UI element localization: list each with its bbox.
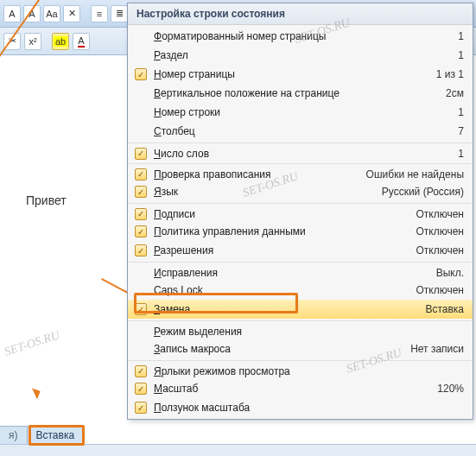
check-col: ✓ [131, 303, 150, 315]
status-bar [0, 444, 476, 456]
menu-item-value: 1 [449, 30, 464, 42]
menu-item-value: 1 [449, 106, 464, 118]
checkmark-icon: ✓ [135, 402, 147, 414]
menu-item[interactable]: ✓ПодписиОтключен [128, 203, 473, 222]
menu-item-value: Нет записи [402, 343, 464, 355]
checkmark-icon: ✓ [135, 68, 147, 80]
check-col: ✓ [131, 168, 150, 180]
menu-item[interactable]: ✓Масштаб120% [128, 379, 473, 398]
menu-item-label: Язык [150, 186, 373, 198]
menu-item-label: Ползунок масштаба [150, 402, 455, 414]
check-col: ✓ [131, 402, 150, 414]
menu-item-label: Номер строки [150, 106, 449, 118]
list-number-icon[interactable]: ≣ [111, 5, 128, 22]
list-bullet-icon[interactable]: ≡ [91, 5, 108, 22]
menu-item-label: Политика управления данными [150, 225, 407, 238]
menu-item-value: Отключен [407, 284, 464, 296]
check-col: ✓ [131, 365, 150, 377]
checkmark-icon: ✓ [135, 208, 147, 220]
check-col: ✓ [131, 68, 150, 80]
arrow-head-icon [29, 389, 41, 400]
menu-item-value: Русский (Россия) [373, 186, 464, 198]
menu-item[interactable]: ИсправленияВыкл. [128, 262, 473, 281]
checkmark-icon: ✓ [135, 244, 147, 256]
menu-item-value: Вставка [416, 303, 464, 315]
menu-item-label: Число слов [150, 148, 449, 160]
checkmark-icon: ✓ [135, 303, 147, 315]
menu-item-label: Режим выделения [150, 326, 455, 338]
menu-item-label: Масштаб [150, 383, 428, 395]
status-bar-config-menu: Настройка строки состояния Форматированн… [127, 3, 473, 420]
menu-item-label: Вертикальное положение на странице [150, 87, 437, 99]
menu-item[interactable]: Номер строки1 [128, 103, 473, 122]
menu-item-label: Замена [150, 303, 416, 315]
checkmark-icon: ✓ [135, 365, 147, 377]
document-text: Привет [26, 193, 67, 207]
menu-item[interactable]: ✓Проверка правописанияОшибки не найдены [128, 163, 473, 182]
menu-item[interactable]: Форматированный номер страницы1 [128, 27, 473, 46]
check-col: ✓ [131, 148, 150, 160]
checkmark-icon: ✓ [135, 383, 147, 395]
menu-item-value: 2см [437, 87, 464, 99]
menu-title: Настройка строки состояния [128, 3, 473, 25]
check-col: ✓ [131, 383, 150, 395]
menu-item[interactable]: ✓Ярлыки режимов просмотра [128, 360, 473, 379]
menu-item-label: Разрешения [150, 244, 407, 256]
menu-item-value: Отключен [407, 208, 464, 220]
menu-item[interactable]: ✓Ползунок масштаба [128, 398, 473, 417]
menu-item-label: Форматированный номер страницы [150, 30, 449, 42]
menu-item[interactable]: ✓ЯзыкРусский (Россия) [128, 182, 473, 201]
superscript-icon[interactable]: x² [24, 33, 41, 50]
menu-item-label: Раздел [150, 49, 449, 61]
check-col: ✓ [131, 225, 150, 238]
menu-item[interactable]: Вертикальное положение на странице2см [128, 84, 473, 103]
menu-item-label: Запись макроса [150, 343, 402, 355]
menu-item-value: 120% [428, 383, 464, 395]
menu-items: Форматированный номер страницы1Раздел1✓Н… [128, 25, 473, 419]
menu-item-value: 1 [449, 49, 464, 61]
menu-item[interactable]: Столбец7 [128, 122, 473, 141]
menu-item-label: Исправления [150, 267, 428, 279]
menu-item-value: Выкл. [428, 267, 464, 279]
font-color-icon[interactable]: A [73, 33, 90, 50]
menu-item-value: Ошибки не найдены [358, 168, 464, 180]
menu-item-label: Номер страницы [150, 68, 428, 80]
menu-item[interactable]: Раздел1 [128, 46, 473, 65]
menu-item[interactable]: ✓Число слов1 [128, 142, 473, 162]
checkmark-icon: ✓ [135, 225, 147, 238]
checkmark-icon: ✓ [135, 148, 147, 160]
menu-item-value: 1 [449, 148, 464, 160]
menu-item-label: Проверка правописания [150, 168, 358, 180]
status-tab-vstavka[interactable]: Вставка [27, 426, 85, 444]
highlight-icon[interactable]: ab [52, 33, 69, 50]
checkmark-icon: ✓ [135, 186, 147, 198]
menu-item-label: Caps Lock [150, 284, 407, 296]
menu-item-label: Подписи [150, 208, 407, 220]
menu-item-value: Отключен [407, 225, 464, 238]
menu-item-value: 1 из 1 [428, 68, 464, 80]
menu-item[interactable]: Запись макросаНет записи [128, 339, 473, 358]
checkmark-icon: ✓ [135, 168, 147, 180]
status-tab-prev[interactable]: я) [0, 426, 28, 444]
status-tabs: я) Вставка [0, 426, 83, 444]
menu-item-value: 7 [449, 125, 464, 137]
menu-item-label: Столбец [150, 125, 449, 137]
menu-item[interactable]: ✓Политика управления даннымиОтключен [128, 222, 473, 241]
check-col: ✓ [131, 244, 150, 256]
menu-item[interactable]: ✓Номер страницы1 из 1 [128, 65, 473, 84]
menu-item-value: Отключен [407, 244, 464, 256]
menu-item[interactable]: Режим выделения [128, 320, 473, 339]
change-case-icon[interactable]: Aa [43, 5, 60, 22]
menu-item[interactable]: ✓РазрешенияОтключен [128, 241, 473, 260]
check-col: ✓ [131, 208, 150, 220]
menu-item-label: Ярлыки режимов просмотра [150, 365, 455, 377]
font-grow-icon[interactable]: A [3, 5, 21, 22]
check-col: ✓ [131, 186, 150, 198]
menu-item[interactable]: Caps LockОтключен [128, 281, 473, 300]
menu-item[interactable]: ✓ЗаменаВставка [128, 300, 473, 319]
clear-format-icon[interactable]: ✕ [63, 5, 80, 22]
